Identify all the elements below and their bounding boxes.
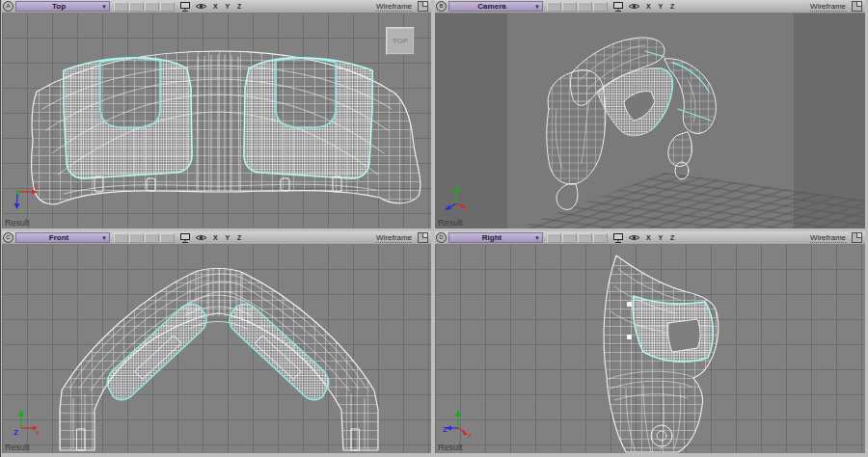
axis-lock-buttons[interactable]: X Y Z <box>213 3 244 10</box>
viewport-letter: D <box>436 232 447 243</box>
view-orientation-button[interactable]: TOP <box>386 27 415 55</box>
result-label: Result <box>438 443 463 452</box>
display-icon[interactable] <box>179 232 191 243</box>
wireframe-model-front-view <box>2 244 431 453</box>
memo-cam-button[interactable] <box>578 2 592 12</box>
memo-cam-button[interactable] <box>160 2 175 12</box>
viewport-letter-badge[interactable]: B <box>435 0 448 13</box>
maximize-icon[interactable] <box>852 1 862 12</box>
axis-x-label: x <box>34 182 38 189</box>
viewport-front-canvas[interactable]: Z x Result <box>2 244 431 453</box>
memo-cam-buttons <box>547 2 609 12</box>
eye-icon[interactable] <box>628 2 640 11</box>
viewport-right-canvas[interactable]: Z X Result <box>435 244 865 453</box>
ground-grid <box>485 173 865 228</box>
maximize-icon[interactable] <box>418 1 428 12</box>
axis-tripod: x <box>10 178 48 217</box>
xsi-window: A Top ▼ X Y Z Wireframe <box>0 0 868 457</box>
memo-cam-button[interactable] <box>547 233 561 243</box>
view-type-dropdown[interactable]: Top ▼ <box>15 1 110 12</box>
viewport-letter-badge[interactable]: A <box>2 0 14 13</box>
maximize-icon[interactable] <box>852 232 862 243</box>
axis-z-label: Z <box>443 425 448 434</box>
viewport-front-header: C Front ▼ X Y Z Wireframe <box>2 231 431 245</box>
display-icon[interactable] <box>179 1 191 12</box>
view-type-label: Camera <box>449 2 534 11</box>
memo-cam-button[interactable] <box>547 2 561 12</box>
chevron-down-icon: ▼ <box>534 4 540 10</box>
eye-icon[interactable] <box>195 2 207 11</box>
view-type-label: Right <box>449 233 534 242</box>
axis-lock-buttons[interactable]: X Y Z <box>213 234 244 241</box>
viewport-right-header: D Right ▼ X Y Z Wireframe <box>435 231 865 245</box>
result-label: Result <box>5 443 30 452</box>
view-type-dropdown[interactable]: Front ▼ <box>15 232 110 243</box>
shading-mode-button[interactable]: Wireframe <box>376 2 412 12</box>
axis-z-label: Z <box>14 428 18 437</box>
chevron-down-icon: ▼ <box>101 4 107 10</box>
memo-cam-button[interactable] <box>160 233 175 243</box>
viewport-top: A Top ▼ X Y Z Wireframe <box>2 0 431 228</box>
axis-x-label: x <box>36 429 40 436</box>
memo-cam-buttons <box>114 2 176 12</box>
maximize-icon[interactable] <box>418 232 428 243</box>
viewport-top-header: A Top ▼ X Y Z Wireframe <box>2 0 431 13</box>
memo-cam-button[interactable] <box>593 233 608 243</box>
wireframe-model-camera-view <box>435 13 865 228</box>
eye-icon[interactable] <box>628 233 640 242</box>
view-type-dropdown[interactable]: Right ▼ <box>448 232 543 243</box>
shading-mode-button[interactable]: Wireframe <box>810 2 846 12</box>
view-type-label: Front <box>16 233 101 242</box>
chevron-down-icon: ▼ <box>534 235 540 241</box>
memo-cam-button[interactable] <box>129 233 144 243</box>
view-type-label: Top <box>16 2 101 11</box>
memo-cam-button[interactable] <box>593 2 608 12</box>
axis-lock-buttons[interactable]: X Y Z <box>646 234 677 241</box>
viewport-letter: C <box>3 232 14 243</box>
memo-cam-button[interactable] <box>578 233 592 243</box>
viewport-front: C Front ▼ X Y Z Wireframe <box>2 231 431 453</box>
display-icon[interactable] <box>612 232 624 243</box>
result-label: Result <box>438 218 463 228</box>
axis-x-label: X <box>468 432 473 439</box>
axis-y-label: y <box>459 185 462 191</box>
viewport-letter: A <box>3 1 14 12</box>
chevron-down-icon: ▼ <box>101 235 107 241</box>
viewport-letter: B <box>436 1 447 12</box>
viewport-camera: B Camera ▼ X Y Z Wireframe <box>435 0 865 228</box>
wireframe-model-top-view <box>2 13 431 228</box>
memo-cam-button[interactable] <box>145 233 159 243</box>
memo-cam-button[interactable] <box>114 2 128 12</box>
viewport-camera-canvas[interactable]: y Result <box>435 13 865 228</box>
memo-cam-button[interactable] <box>129 2 144 12</box>
result-label: Result <box>5 218 30 228</box>
eye-icon[interactable] <box>195 233 207 242</box>
memo-cam-button[interactable] <box>562 233 577 243</box>
display-icon[interactable] <box>612 1 624 12</box>
memo-cam-button[interactable] <box>114 233 128 243</box>
view-type-dropdown[interactable]: Camera ▼ <box>448 1 543 12</box>
shading-mode-button[interactable]: Wireframe <box>376 233 412 243</box>
wireframe-model-right-view <box>435 244 865 453</box>
axis-lock-buttons[interactable]: X Y Z <box>646 3 677 10</box>
viewport-letter-badge[interactable]: D <box>435 231 448 244</box>
axis-tripod: Z x <box>10 403 48 442</box>
memo-cam-buttons <box>547 233 609 243</box>
viewport-right: D Right ▼ X Y Z Wireframe <box>435 231 865 453</box>
viewport-top-canvas[interactable]: TOP x Result <box>2 13 431 228</box>
axis-tripod: Z X <box>443 403 481 442</box>
memo-cam-button[interactable] <box>562 2 577 12</box>
axis-tripod: y <box>443 178 481 217</box>
shading-mode-button[interactable]: Wireframe <box>810 233 846 243</box>
viewport-letter-badge[interactable]: C <box>2 231 14 244</box>
memo-cam-buttons <box>114 233 176 243</box>
viewport-camera-header: B Camera ▼ X Y Z Wireframe <box>435 0 865 13</box>
memo-cam-button[interactable] <box>145 2 159 12</box>
